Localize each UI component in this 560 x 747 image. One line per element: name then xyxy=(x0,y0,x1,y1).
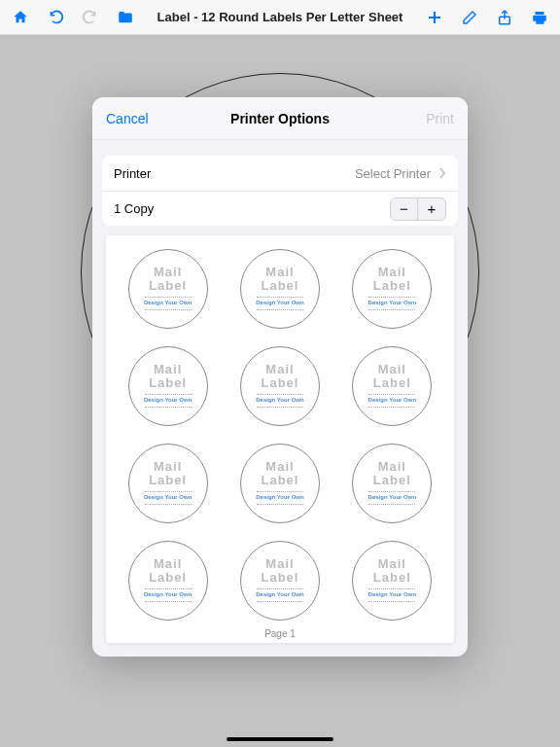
label-item: Mail Label Design Your Own xyxy=(240,444,320,523)
main-toolbar: Label - 12 Round Labels Per Letter Sheet xyxy=(0,0,560,35)
label-item: Mail Label Design Your Own xyxy=(128,541,208,621)
label-item: Mail Label Design Your Own xyxy=(240,541,320,621)
label-item: Mail Label Design Your Own xyxy=(128,346,208,426)
label-divider xyxy=(145,297,192,298)
label-item: Mail Label Design Your Own xyxy=(352,541,432,621)
folder-icon[interactable] xyxy=(117,9,134,26)
label-item: Mail Label Design Your Own xyxy=(128,444,208,523)
print-preview[interactable]: Mail Label Design Your Own Mail Label De… xyxy=(106,235,454,643)
home-indicator[interactable] xyxy=(227,737,333,741)
label-item: Mail Label Design Your Own xyxy=(352,346,432,426)
decrement-button[interactable]: − xyxy=(391,198,418,220)
printer-label: Printer xyxy=(114,166,151,181)
share-icon[interactable] xyxy=(496,9,513,26)
redo-icon[interactable] xyxy=(82,9,99,26)
label-item: Mail Label Design Your Own xyxy=(240,346,320,426)
dialog-header: Cancel Printer Options Print xyxy=(92,97,468,140)
copies-stepper: − + xyxy=(390,197,446,221)
copies-label: 1 Copy xyxy=(114,201,154,216)
label-line2: Label xyxy=(149,279,187,293)
label-item: Mail Label Design Your Own xyxy=(128,249,208,329)
label-line1: Mail xyxy=(154,266,182,279)
dialog-title: Printer Options xyxy=(230,111,330,126)
print-dialog: Cancel Printer Options Print Printer Sel… xyxy=(92,97,468,657)
copies-row: 1 Copy − + xyxy=(102,191,458,226)
label-grid: Mail Label Design Your Own Mail Label De… xyxy=(120,249,440,621)
label-item: Mail Label Design Your Own xyxy=(240,249,320,329)
label-item: Mail Label Design Your Own xyxy=(352,444,432,523)
label-divider xyxy=(145,309,192,310)
print-button[interactable]: Print xyxy=(426,111,454,126)
increment-button[interactable]: + xyxy=(418,198,445,220)
print-icon[interactable] xyxy=(531,9,548,26)
home-icon[interactable] xyxy=(12,9,29,26)
chevron-right-icon xyxy=(438,167,446,179)
cancel-button[interactable]: Cancel xyxy=(106,111,149,126)
add-icon[interactable] xyxy=(426,9,443,26)
page-number: Page 1 xyxy=(120,628,440,639)
undo-icon[interactable] xyxy=(47,9,64,26)
label-item: Mail Label Design Your Own xyxy=(352,249,432,329)
label-line3: Design Your Own xyxy=(144,300,192,305)
document-title: Label - 12 Round Labels Per Letter Sheet xyxy=(158,10,403,24)
print-settings-section: Printer Select Printer 1 Copy − + xyxy=(102,156,458,226)
printer-row[interactable]: Printer Select Printer xyxy=(102,156,458,191)
edit-icon[interactable] xyxy=(461,9,478,26)
printer-value: Select Printer xyxy=(355,166,431,181)
